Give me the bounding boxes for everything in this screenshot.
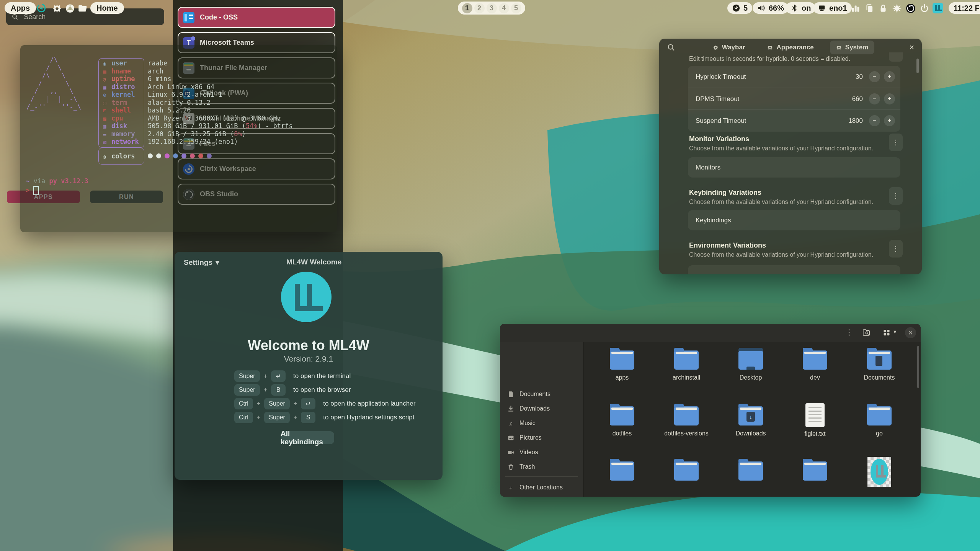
apps-menu-label: Apps bbox=[11, 4, 30, 13]
welcome-heading: Welcome to ML4W bbox=[175, 337, 443, 354]
file-item[interactable]: dotfiles-versions bbox=[658, 403, 715, 437]
menu-kebab-icon[interactable]: ⋮ bbox=[845, 328, 853, 337]
network-indicator[interactable]: eno1 bbox=[813, 2, 852, 14]
fetch-row: ▩cpuAMD Ryzen 5 3600XT (12) @ 3.80 GHz bbox=[103, 114, 333, 122]
clipped-kebab-button[interactable] bbox=[889, 52, 903, 62]
clipboard-icon[interactable] bbox=[864, 3, 874, 13]
section-desc: Choose from the available variations of … bbox=[689, 199, 873, 205]
close-icon[interactable]: × bbox=[909, 42, 914, 52]
home-button[interactable]: Home bbox=[90, 2, 124, 14]
folder-icon bbox=[610, 406, 634, 425]
grid-view-icon[interactable] bbox=[883, 329, 890, 338]
welcome-settings-menu[interactable]: Settings ▾ bbox=[184, 258, 219, 267]
sidebar-item-trash[interactable]: Trash bbox=[504, 460, 583, 473]
hypridle-hint: Edit timeouts in seconds for hypridle. 0… bbox=[689, 55, 850, 62]
minus-button[interactable]: − bbox=[869, 93, 880, 104]
ai-updater-icon[interactable]: AI bbox=[36, 3, 46, 13]
svg-text:AI: AI bbox=[39, 6, 43, 10]
file-item[interactable] bbox=[593, 458, 651, 485]
file-item[interactable]: dotfiles bbox=[593, 403, 651, 437]
key-chip: Super bbox=[234, 370, 260, 382]
shell-prompt-line2: > bbox=[26, 186, 39, 195]
minus-button[interactable]: − bbox=[869, 115, 880, 126]
plus-button[interactable]: + bbox=[884, 71, 895, 82]
tab-system[interactable]: System bbox=[830, 41, 874, 54]
bluetooth-indicator[interactable]: on bbox=[786, 2, 815, 14]
shell-prompt: ~ via py v3.12.3 bbox=[26, 177, 88, 185]
folder-icon bbox=[803, 461, 827, 481]
keybinding-desc: to open the application launcher bbox=[323, 400, 415, 408]
lock-icon[interactable] bbox=[878, 3, 888, 13]
files-window: ⋮ ▾ × Documents Downloads ♫ Music bbox=[500, 324, 921, 497]
file-item[interactable]: figlet.txt bbox=[786, 403, 844, 437]
updates-indicator[interactable]: 5 bbox=[727, 2, 752, 14]
volume-indicator[interactable]: 66% bbox=[753, 2, 789, 14]
plus-button[interactable]: + bbox=[884, 93, 895, 104]
ml4w-logo-icon[interactable] bbox=[933, 3, 943, 13]
power-icon[interactable] bbox=[920, 3, 929, 13]
settings-gear-icon[interactable] bbox=[52, 3, 62, 13]
file-manager-icon[interactable] bbox=[77, 3, 87, 13]
all-keybindings-button[interactable]: All keybindings bbox=[281, 431, 334, 444]
obs-icon[interactable] bbox=[906, 3, 916, 13]
workspace-3[interactable]: 3 bbox=[487, 3, 497, 13]
keybinding-row: Ctrl + Super + S to open Hyprland settin… bbox=[234, 412, 414, 423]
sidebar-item-other-locations[interactable]: + Other Locations bbox=[504, 481, 583, 494]
key-chip: B bbox=[271, 384, 286, 396]
network-icon bbox=[818, 4, 826, 12]
minus-button[interactable]: − bbox=[869, 71, 880, 82]
sidebar-item-pictures[interactable]: Pictures bbox=[504, 431, 583, 444]
memory-icon: ▬ bbox=[103, 130, 111, 139]
sidebar-item-downloads[interactable]: Downloads bbox=[504, 402, 583, 415]
close-icon[interactable]: × bbox=[905, 327, 916, 338]
keybinding-kebab-button[interactable]: ⋮ bbox=[889, 187, 903, 205]
file-item[interactable] bbox=[851, 457, 908, 487]
monitor-kebab-button[interactable]: ⋮ bbox=[889, 134, 903, 151]
workspace-4[interactable]: 4 bbox=[499, 3, 509, 13]
starburst-icon[interactable] bbox=[892, 3, 902, 13]
workspace-5[interactable]: 5 bbox=[511, 3, 521, 13]
plus-button[interactable]: + bbox=[884, 115, 895, 126]
view-options-caret-icon[interactable]: ▾ bbox=[893, 328, 897, 335]
files-sidebar: Documents Downloads ♫ Music Pictures Vid… bbox=[500, 342, 584, 497]
timeout-row: Hyprlock Timeout 30 − + bbox=[688, 66, 900, 88]
key-chip: Super bbox=[234, 384, 260, 396]
kernel-icon: ⚙ bbox=[103, 91, 111, 99]
section-title-environment: Environment Variations bbox=[689, 241, 766, 249]
timeout-value: 30 bbox=[856, 73, 863, 81]
folder-search-icon[interactable] bbox=[862, 328, 871, 339]
ml4w-image-thumbnail bbox=[867, 457, 891, 487]
sidebar-item-documents[interactable]: Documents bbox=[504, 388, 583, 401]
file-item[interactable]: apps bbox=[593, 347, 651, 381]
key-chip: ↵ bbox=[301, 398, 315, 409]
file-item[interactable]: Desktop bbox=[722, 347, 779, 381]
settings-headerbar: Waybar Appearance System × bbox=[659, 39, 922, 56]
environment-kebab-button[interactable]: ⋮ bbox=[889, 240, 903, 258]
file-item[interactable]: go bbox=[851, 403, 908, 437]
files-scrollbar[interactable] bbox=[917, 346, 919, 388]
fetch-row: ▥disk505.98 GiB / 931.01 GiB (54%) - btr… bbox=[103, 122, 333, 130]
sidebar-item-music[interactable]: ♫ Music bbox=[504, 417, 583, 430]
workspace-1[interactable]: 1 bbox=[462, 3, 472, 13]
workspace-2[interactable]: 2 bbox=[474, 3, 485, 13]
file-item[interactable]: dev bbox=[786, 347, 844, 381]
file-item[interactable] bbox=[786, 458, 844, 485]
music-icon: ♫ bbox=[508, 420, 514, 427]
tab-waybar[interactable]: Waybar bbox=[707, 41, 751, 54]
keybinding-desc: to open the browser bbox=[293, 386, 351, 394]
file-item[interactable]: Documents bbox=[851, 347, 908, 381]
settings-scrollbar[interactable] bbox=[916, 59, 919, 73]
sidebar-item-videos[interactable]: Videos bbox=[504, 446, 583, 459]
stats-icon[interactable] bbox=[851, 3, 861, 13]
bluetooth-state: on bbox=[802, 4, 811, 13]
clock[interactable]: 11:22 Fri bbox=[949, 2, 980, 14]
file-item[interactable]: archinstall bbox=[658, 347, 715, 381]
folder-icon bbox=[610, 350, 634, 370]
apps-menu-button[interactable]: Apps bbox=[5, 2, 36, 14]
file-item[interactable] bbox=[722, 458, 779, 485]
tab-appearance[interactable]: Appearance bbox=[761, 41, 820, 54]
browser-chrome-icon[interactable] bbox=[65, 3, 75, 13]
keybinding-row: Super + B to open the browser bbox=[234, 384, 351, 396]
file-item[interactable] bbox=[658, 458, 715, 485]
file-item[interactable]: ↓Downloads bbox=[722, 403, 779, 437]
